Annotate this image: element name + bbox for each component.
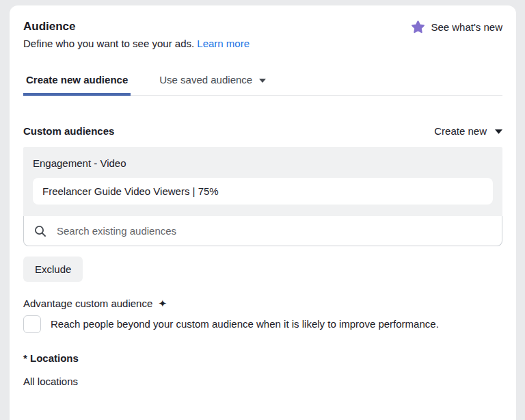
custom-audiences-label: Custom audiences: [23, 125, 114, 137]
audience-tabs: Create new audience Use saved audience: [23, 74, 502, 96]
subtitle-text: Define who you want to see your ads.: [23, 38, 194, 49]
learn-more-link[interactable]: Learn more: [197, 38, 250, 49]
see-whats-new-label: See what's new: [431, 21, 502, 33]
exclude-button[interactable]: Exclude: [23, 257, 83, 282]
see-whats-new-button[interactable]: See what's new: [411, 20, 502, 34]
header-left: Audience Define who you want to see your…: [23, 19, 250, 51]
tab-label: Create new audience: [26, 74, 128, 86]
advantage-checkbox-label: Reach people beyond your custom audience…: [51, 317, 439, 331]
audience-search-bar: [23, 216, 502, 246]
audience-group: Engagement - Video Freelancer Guide Vide…: [23, 147, 502, 216]
audience-group-label: Engagement - Video: [33, 157, 493, 169]
selected-audience-chip[interactable]: Freelancer Guide Video Viewers | 75%: [33, 178, 493, 205]
audience-panel: Audience Define who you want to see your…: [10, 5, 516, 420]
locations-section-label: * Locations: [23, 352, 502, 364]
advantage-title-text: Advantage custom audience: [23, 298, 152, 309]
advantage-checkbox[interactable]: [23, 315, 41, 333]
included-audiences-box: Engagement - Video Freelancer Guide Vide…: [23, 147, 502, 246]
advantage-custom-audience-title: Advantage custom audience ✦: [23, 298, 502, 310]
create-new-label: Create new: [434, 125, 487, 137]
create-new-dropdown[interactable]: Create new: [434, 125, 502, 137]
page-title: Audience: [23, 19, 250, 34]
locations-value: All locations: [23, 376, 502, 387]
caret-down-icon: [495, 125, 502, 137]
custom-audiences-header: Custom audiences Create new: [23, 125, 502, 137]
caret-down-icon: [259, 74, 266, 86]
magnifier-icon: [33, 224, 47, 238]
panel-header: Audience Define who you want to see your…: [23, 19, 502, 51]
advantage-checkbox-row: Reach people beyond your custom audience…: [23, 315, 502, 333]
tab-use-saved-audience[interactable]: Use saved audience: [157, 74, 269, 96]
sparkle-icon: ✦: [158, 298, 167, 309]
tab-create-new-audience[interactable]: Create new audience: [23, 74, 131, 96]
subtitle: Define who you want to see your ads. Lea…: [23, 37, 250, 51]
tab-label: Use saved audience: [159, 74, 252, 86]
star-icon: [411, 20, 425, 34]
search-existing-audiences-input[interactable]: [57, 225, 492, 237]
